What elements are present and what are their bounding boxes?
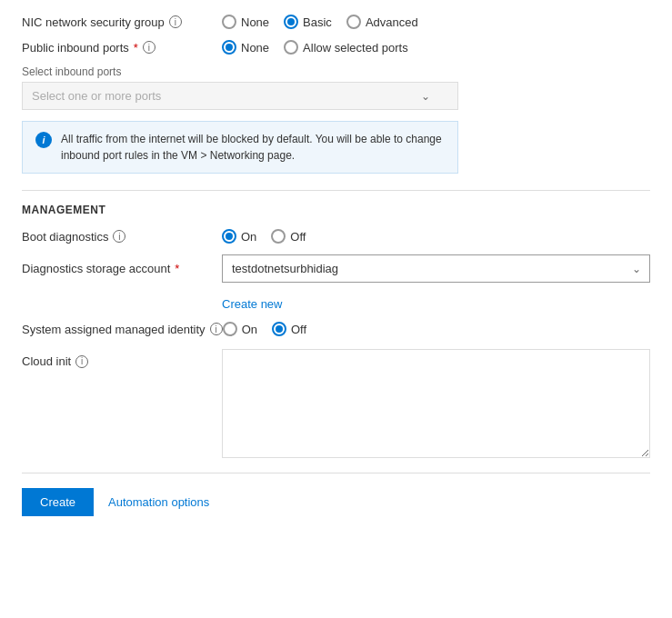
select-ports-dropdown[interactable]: Select one or more ports ⌄ <box>22 82 458 110</box>
identity-on-label: On <box>242 323 257 336</box>
nic-nsg-row: NIC network security group i None Basic … <box>22 15 650 29</box>
diagnostics-storage-label-text: Diagnostics storage account <box>22 262 170 275</box>
identity-off-radio[interactable] <box>272 322 286 336</box>
cloud-init-textarea[interactable] <box>222 349 650 458</box>
main-content: NIC network security group i None Basic … <box>0 0 672 534</box>
info-banner-text: All traffic from the internet will be bl… <box>61 131 445 164</box>
nic-nsg-info-icon[interactable]: i <box>169 15 182 28</box>
cloud-init-label-text: Cloud init <box>22 354 71 368</box>
nic-nsg-none[interactable]: None <box>222 15 269 29</box>
create-button[interactable]: Create <box>22 488 94 516</box>
cloud-init-label: Cloud init i <box>22 349 222 368</box>
public-inbound-radio-group: None Allow selected ports <box>222 40 408 55</box>
boot-diagnostics-info-icon[interactable]: i <box>113 230 125 243</box>
nic-nsg-advanced[interactable]: Advanced <box>346 15 418 29</box>
system-identity-row: System assigned managed identity i On Of… <box>22 322 650 336</box>
diagnostics-storage-select-wrapper: testdotnetsurbhidiag ⌄ <box>222 254 650 283</box>
system-identity-label-text: System assigned managed identity <box>22 323 206 336</box>
nic-nsg-none-radio[interactable] <box>222 15 236 29</box>
nic-nsg-label: NIC network security group i <box>22 15 222 29</box>
inbound-allow-selected[interactable]: Allow selected ports <box>284 40 408 55</box>
nic-nsg-advanced-radio[interactable] <box>346 15 361 29</box>
system-identity-info-icon[interactable]: i <box>210 323 223 335</box>
cloud-init-info-icon[interactable]: i <box>75 355 88 368</box>
chevron-down-icon: ⌄ <box>421 90 430 103</box>
nic-nsg-basic[interactable]: Basic <box>284 15 332 29</box>
diagnostics-storage-required-star: * <box>175 262 179 275</box>
diagnostics-storage-select[interactable]: testdotnetsurbhidiag <box>222 254 650 283</box>
inbound-none-label: None <box>241 41 269 55</box>
inbound-none[interactable]: None <box>222 40 269 55</box>
nic-nsg-radio-group: None Basic Advanced <box>222 15 418 29</box>
management-divider <box>22 190 650 191</box>
inbound-allow-label: Allow selected ports <box>303 41 408 55</box>
boot-diag-on[interactable]: On <box>222 229 256 244</box>
management-section-title: MANAGEMENT <box>22 204 650 216</box>
inbound-allow-radio[interactable] <box>284 40 298 55</box>
boot-diag-on-label: On <box>241 230 256 244</box>
identity-on[interactable]: On <box>223 322 257 336</box>
nic-nsg-label-text: NIC network security group <box>22 15 165 29</box>
identity-off-label: Off <box>291 323 306 336</box>
public-inbound-ports-label: Public inbound ports * i <box>22 41 222 55</box>
cloud-init-row: Cloud init i <box>22 349 650 458</box>
system-identity-radio-group: On Off <box>223 322 306 336</box>
create-new-link[interactable]: Create new <box>222 297 282 311</box>
select-inbound-ports-label: Select inbound ports <box>22 65 650 78</box>
automation-options-link[interactable]: Automation options <box>108 495 209 509</box>
boot-diagnostics-row: Boot diagnostics i On Off <box>22 229 650 244</box>
info-circle-icon: i <box>35 132 52 148</box>
select-ports-placeholder: Select one or more ports <box>32 89 161 103</box>
boot-diag-on-radio[interactable] <box>222 229 236 244</box>
public-inbound-info-icon[interactable]: i <box>143 41 155 54</box>
nic-nsg-none-label: None <box>241 15 269 29</box>
diagnostics-storage-label: Diagnostics storage account * <box>22 262 222 275</box>
system-identity-label: System assigned managed identity i <box>22 323 223 336</box>
inbound-none-radio[interactable] <box>222 40 236 55</box>
info-banner: i All traffic from the internet will be … <box>22 121 458 174</box>
bottom-bar: Create Automation options <box>22 473 650 516</box>
boot-diag-off-label: Off <box>290 230 306 244</box>
nic-nsg-advanced-label: Advanced <box>366 15 418 29</box>
boot-diagnostics-label: Boot diagnostics i <box>22 230 222 244</box>
select-inbound-ports-section: Select inbound ports Select one or more … <box>22 65 650 110</box>
public-inbound-label-text: Public inbound ports <box>22 41 129 55</box>
create-new-wrapper: Create new <box>22 294 650 311</box>
identity-on-radio[interactable] <box>223 322 237 336</box>
public-inbound-required-star: * <box>134 41 138 55</box>
diagnostics-storage-row: Diagnostics storage account * testdotnet… <box>22 254 650 283</box>
boot-diag-off-radio[interactable] <box>271 229 286 244</box>
boot-diag-off[interactable]: Off <box>271 229 306 244</box>
boot-diagnostics-radio-group: On Off <box>222 229 306 244</box>
nic-nsg-basic-radio[interactable] <box>284 15 298 29</box>
public-inbound-ports-row: Public inbound ports * i None Allow sele… <box>22 40 650 55</box>
boot-diagnostics-label-text: Boot diagnostics <box>22 230 108 244</box>
identity-off[interactable]: Off <box>272 322 306 336</box>
nic-nsg-basic-label: Basic <box>303 15 332 29</box>
